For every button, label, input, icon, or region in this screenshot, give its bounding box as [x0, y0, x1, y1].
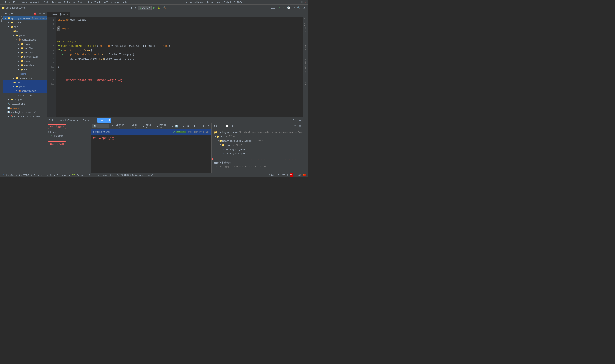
tree-gitignore[interactable]: 🔧 .gitignore — [3, 102, 47, 106]
git-action2-button[interactable]: ⊟ — [206, 124, 210, 128]
tree-test-java[interactable]: ▼ 📁 java — [3, 84, 47, 89]
run-config-arrow[interactable]: ▼ — [149, 7, 150, 9]
right-tree-root[interactable]: ▼ 📁 springbootDemo 21 files D:\workspace… — [213, 130, 302, 134]
menu-help[interactable]: Help — [122, 1, 127, 4]
git-right-action-button[interactable]: ⊞ — [231, 124, 234, 128]
menu-refactor[interactable]: Refactor — [64, 1, 75, 4]
tree-demotest[interactable]: ☕ DemoTest — [3, 93, 47, 97]
git-action1-button[interactable]: ⊞ — [201, 124, 205, 128]
project-collapse-button[interactable]: ─ — [42, 12, 46, 15]
tree-src[interactable]: ▼ 📁 src — [3, 25, 47, 29]
menu-view[interactable]: View — [22, 1, 27, 4]
right-tree-file2[interactable]: ☕ TestAsync2.java — [213, 152, 302, 156]
git-right-history-button[interactable]: 🕐 — [225, 124, 229, 128]
tree-ext-libs[interactable]: ▶ 📚 External Libraries — [3, 114, 47, 119]
debug-button[interactable]: 🐛 — [157, 6, 161, 10]
vtab-nextchatgpt[interactable]: NextChatGPT — [304, 59, 307, 73]
paths-filter[interactable]: Paths: All — [159, 124, 170, 129]
tree-test-com[interactable]: ▼ 📦 com.xiaoge — [3, 89, 47, 93]
right-tree-async[interactable]: ▼ 📁 async 2 files — [213, 143, 302, 147]
right-tree-src[interactable]: ▼ 📁 src 19 files — [213, 134, 302, 139]
tree-main[interactable]: ▼ 📁 main — [3, 29, 47, 33]
date-filter[interactable]: Date: All — [146, 124, 155, 129]
menu-build[interactable]: Build — [78, 1, 85, 4]
git-expand-button[interactable]: >> — [180, 125, 185, 128]
tree-test-folder[interactable]: ▶ 📁 test — [3, 67, 47, 72]
menu-vcs[interactable]: VCS — [104, 1, 108, 4]
tree-java-label: java — [19, 34, 25, 37]
menu-code[interactable]: Code — [44, 1, 49, 4]
git-search-input[interactable] — [92, 124, 109, 129]
tab-console[interactable]: Console — [81, 118, 94, 123]
menu-tools[interactable]: Tools — [94, 1, 101, 4]
branch-filter[interactable]: Branch: All — [116, 124, 128, 129]
bottom-close-button[interactable]: ─ — [298, 119, 302, 122]
tab-close-icon[interactable]: ✕ — [67, 13, 68, 16]
window-controls[interactable]: ─ □ ✕ — [298, 1, 306, 4]
tree-demo[interactable]: ▶ 📁 demo — [3, 59, 47, 63]
git-tick-button[interactable]: ✔ — [282, 6, 285, 10]
menu-run[interactable]: Run — [88, 1, 92, 4]
menu-window[interactable]: Window — [111, 1, 119, 4]
tree-iml[interactable]: 📄 springbootDemo.iml — [3, 110, 47, 114]
menu-analyze[interactable]: Analyze — [52, 1, 62, 4]
git-checkmark-button[interactable]: ✓ — [277, 6, 281, 10]
tree-service[interactable]: ▶ 📁 service — [3, 63, 47, 67]
git-settings-button[interactable]: ⚙ — [111, 124, 114, 128]
tab-local-changes[interactable]: Local Changes — [57, 118, 79, 123]
tree-root[interactable]: ▼ 📁 springbootDemo D:\workspace\zhangxia… — [3, 16, 47, 21]
git-refresh-button[interactable]: 🔄 — [174, 124, 179, 128]
run-button[interactable]: ▶ — [152, 6, 156, 10]
git-history-button[interactable]: 🕐 — [286, 6, 291, 10]
vtab-database[interactable]: Database — [304, 40, 307, 50]
git-diff-button[interactable]: ⬆ — [193, 124, 196, 128]
menu-edit[interactable]: Edit — [13, 1, 19, 4]
minimize-button[interactable]: ─ — [298, 1, 300, 4]
tree-src-test[interactable]: ▼ 📁 test — [3, 80, 47, 84]
git-right-sort-button[interactable]: ⬆ — [293, 124, 297, 128]
tree-pom[interactable]: 📄 pom.xml — [3, 106, 47, 110]
tree-demo-java[interactable]: ☕ Demo — [3, 72, 47, 76]
tree-resources[interactable]: ▶ 📁 resources — [3, 76, 47, 80]
tree-target[interactable]: ▶ 📁 target — [3, 97, 47, 102]
search-button[interactable]: 🔍 — [296, 6, 301, 10]
master-item[interactable]: 🏷 master — [48, 134, 90, 137]
git-merge-button[interactable]: ↕ — [198, 125, 201, 128]
tree-controller[interactable]: ▶ 📁 controller — [3, 55, 47, 59]
tree-config[interactable]: ▶ 📁 config — [3, 46, 47, 50]
close-button[interactable]: ✕ — [304, 1, 306, 4]
menu-bar[interactable]: File Edit View Navigate Code Analyze Ref… — [5, 1, 127, 4]
git-right-diff-button[interactable]: ⬆⬇ — [213, 124, 218, 128]
tab-log-all[interactable]: Log: all — [97, 118, 111, 123]
menu-file[interactable]: File — [5, 1, 11, 4]
git-log-row-0[interactable]: 初始化本地仓库 🏷 master 晓哥 Moments ago — [91, 129, 211, 135]
right-tree-file1[interactable]: ☕ TestAsync.java — [213, 147, 302, 152]
forward-button[interactable]: ▶ — [134, 6, 137, 10]
project-settings-button[interactable]: ⚙ — [38, 12, 42, 15]
tree-idea[interactable]: ▶ 📁 .idea — [3, 21, 47, 25]
vtab-restful[interactable]: RestfulTool — [304, 17, 307, 32]
git-right-revert-button[interactable]: ↩ — [220, 124, 223, 128]
back-button[interactable]: ◀ — [129, 6, 133, 10]
settings-button[interactable]: ⚙ — [302, 6, 306, 10]
project-locate-button[interactable]: 🎯 — [33, 12, 37, 15]
right-tree-main[interactable]: ▼ 📁 main\java\com\xiaoge 18 files — [213, 139, 302, 143]
tree-java[interactable]: ▼ 📁 java — [3, 33, 47, 38]
user-filter[interactable]: User: All — [132, 124, 142, 129]
tree-constant[interactable]: ▶ 📁 constant — [3, 50, 47, 55]
git-bottom-label[interactable]: Git: — [49, 119, 55, 122]
tree-com-xiaoge[interactable]: ▼ 📦 com.xiaoge — [3, 38, 47, 42]
git-right-filter-button[interactable]: ▤ — [298, 124, 302, 128]
vtab-ant[interactable]: Ant — [304, 81, 307, 85]
bottom-settings-button[interactable]: ⚙ — [292, 118, 295, 122]
menu-navigate[interactable]: Navigate — [30, 1, 41, 4]
maximize-button[interactable]: □ — [301, 1, 303, 4]
git-revert-button[interactable]: ↩ — [292, 6, 295, 10]
editor-tab-demo[interactable]: ☕ Demo.java ✕ — [47, 12, 70, 17]
code-content[interactable]: package com.xiaoge; ▶ import ... @Enable… — [56, 17, 303, 117]
build-button[interactable]: 🔨 — [162, 6, 167, 10]
project-tab-icon[interactable]: Project — [1, 14, 3, 22]
git-pause-button[interactable]: ⏸ — [186, 125, 190, 128]
git-center-panel: ⚙ Branch: All ▼ User: All ▼ Date: All ▼ … — [91, 123, 211, 173]
tree-async[interactable]: ▶ 📁 async — [3, 42, 47, 46]
